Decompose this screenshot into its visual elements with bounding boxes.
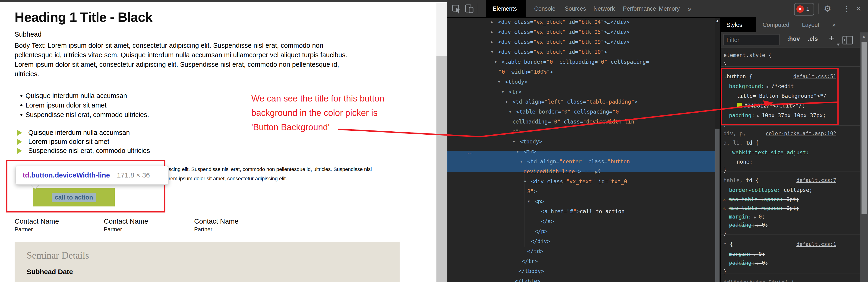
code-segment: "table-padding" bbox=[586, 99, 634, 105]
css-rule-line[interactable]: td[Attributes Style] { bbox=[723, 278, 794, 282]
expand-arrow-icon[interactable]: ▼ bbox=[498, 77, 500, 87]
css-rule-line[interactable]: padding: ▶ 0; bbox=[729, 258, 768, 268]
dom-tree-line[interactable]: ▼<tr> bbox=[509, 87, 522, 97]
new-style-rule-button[interactable]: + bbox=[829, 33, 834, 43]
dom-tree-line[interactable]: ▼<td align="center" class="button bbox=[527, 157, 630, 166]
dom-tree-line[interactable]: </td> bbox=[527, 246, 543, 256]
tab-performance[interactable]: Performance bbox=[623, 0, 656, 18]
inspect-icon[interactable] bbox=[452, 4, 462, 14]
node-overflow-ellipsis[interactable]: … bbox=[467, 148, 473, 155]
dom-tree-line[interactable]: ▶<div class="vx_block" id="blk_04">…</di… bbox=[498, 17, 630, 27]
expand-arrow-icon[interactable]: ▶ bbox=[491, 17, 493, 27]
tab-console[interactable]: Console bbox=[534, 0, 556, 18]
expand-arrow-icon[interactable]: ▼ bbox=[528, 196, 530, 207]
css-rule-line[interactable]: * { bbox=[723, 240, 733, 249]
sidebar-more-tabs-chevron[interactable]: » bbox=[832, 18, 836, 32]
code-segment: " bbox=[574, 208, 577, 214]
new-style-rule-caret[interactable] bbox=[837, 43, 840, 45]
css-source-link[interactable]: default.css:1 bbox=[748, 240, 836, 249]
call-to-action-button[interactable]: call to action bbox=[33, 188, 115, 207]
tab-sources[interactable]: Sources bbox=[565, 0, 586, 18]
browser-scrollbar[interactable]: ▲ bbox=[436, 0, 447, 282]
css-source-link[interactable]: color-picke…aft.asp:102 bbox=[748, 129, 836, 138]
dom-tree-line[interactable]: ▼<td align="left" class="table-padding"> bbox=[513, 97, 638, 107]
dom-tree-line[interactable]: ▼<table border="0" cellspacing="0" bbox=[516, 107, 622, 117]
dom-tree-line[interactable]: </a> bbox=[541, 216, 554, 226]
dom-tree-line[interactable]: ▼<div class="vx_text" id="txt_0 bbox=[531, 177, 627, 187]
expand-arrow-icon[interactable]: ▼ bbox=[491, 47, 493, 57]
expand-arrow-icon[interactable]: ▼ bbox=[520, 157, 522, 166]
more-tabs-chevron[interactable]: » bbox=[687, 0, 691, 18]
pseudo-state-toggle[interactable]: :hov bbox=[787, 35, 800, 42]
css-rule-line[interactable]: div, p, bbox=[723, 129, 746, 138]
styles-filter-input[interactable]: Filter bbox=[723, 34, 779, 45]
dom-tree-line[interactable]: "0" width="100%"> bbox=[498, 67, 553, 77]
code-segment: "vx_text" bbox=[566, 179, 595, 184]
expand-arrow-icon[interactable]: ▶ bbox=[491, 37, 493, 47]
kebab-menu-icon[interactable]: ⋮ bbox=[843, 0, 850, 18]
dom-tree-line[interactable]: </div> bbox=[531, 237, 550, 246]
code-segment: } bbox=[723, 167, 727, 173]
code-segment: } bbox=[723, 230, 727, 236]
dom-tree-line[interactable]: ▶<div class="vx_block" id="blk_05">…</di… bbox=[498, 27, 630, 37]
css-rule-line[interactable]: border-collapse: collapse; bbox=[729, 185, 812, 195]
dom-tree-line[interactable]: </table> bbox=[515, 276, 540, 282]
css-rule-line[interactable]: a, li, td { bbox=[723, 138, 759, 147]
dom-tree-line[interactable]: 8"> bbox=[527, 187, 537, 196]
elements-scrollbar-up-icon[interactable]: ▲ bbox=[715, 19, 719, 23]
dom-tree-line[interactable]: ▶<div class="vx_block" id="blk_09">…</di… bbox=[498, 37, 630, 47]
css-rule-line[interactable]: -webkit-text-size-adjust: bbox=[729, 148, 809, 157]
expand-arrow-icon[interactable]: ▼ bbox=[502, 87, 504, 97]
dom-tree-line[interactable]: ▼<tbody> bbox=[505, 77, 527, 87]
css-rule-line[interactable]: } bbox=[723, 267, 727, 276]
css-rule-line[interactable]: } bbox=[723, 165, 727, 175]
gear-icon[interactable]: ⚙ bbox=[824, 0, 831, 18]
dom-tree-line[interactable]: ▼<table border="0" cellpadding="0" cells… bbox=[501, 57, 649, 67]
dom-tree-line[interactable]: e"> bbox=[513, 127, 522, 137]
css-rule-line[interactable]: ⚠ mso-table-lspace: 0pt; bbox=[723, 195, 799, 204]
tab-memory[interactable]: Memory bbox=[659, 0, 680, 18]
styles-scrollbar-up-icon[interactable]: ▲ bbox=[862, 34, 866, 39]
seminar-details-panel: Seminar Details Subhead Date bbox=[14, 242, 400, 282]
dom-tree-line[interactable]: deviceWidth-line"> == $0 bbox=[524, 166, 600, 177]
expand-arrow-icon[interactable]: ▼ bbox=[509, 107, 511, 117]
elements-scrollbar-thumb[interactable] bbox=[715, 129, 719, 282]
code-segment: border= bbox=[538, 109, 561, 115]
expand-arrow-icon[interactable]: ▼ bbox=[513, 137, 515, 147]
dom-tree-line[interactable]: ▼<div class="vx_block" id="blk_10"> bbox=[498, 47, 607, 57]
sidebar-tab-styles[interactable]: Styles bbox=[726, 18, 742, 32]
expand-arrow-icon[interactable]: ▼ bbox=[495, 57, 497, 67]
device-toolbar-icon[interactable] bbox=[464, 4, 474, 14]
expand-arrow-icon[interactable]: ▼ bbox=[505, 97, 507, 107]
styles-scrollbar-thumb[interactable] bbox=[862, 42, 867, 214]
class-toggle[interactable]: .cls bbox=[808, 35, 818, 42]
tab-network[interactable]: Network bbox=[593, 0, 615, 18]
expand-arrow-icon[interactable]: ▼ bbox=[524, 177, 526, 187]
close-icon[interactable]: ✕ bbox=[856, 0, 862, 18]
css-rule-line[interactable]: } bbox=[723, 228, 727, 238]
expand-arrow-icon[interactable]: ▶ bbox=[491, 27, 493, 37]
error-badge[interactable]: ✕ 1 bbox=[794, 3, 814, 15]
scrollbar-thumb[interactable] bbox=[436, 56, 447, 282]
dom-tree-line[interactable]: </tbody> bbox=[519, 266, 544, 276]
dom-tree-line[interactable]: ▼<tr> bbox=[524, 147, 536, 157]
css-rule-line[interactable]: margin: ▶ 0; bbox=[729, 249, 765, 259]
expand-arrow-icon[interactable]: ▼ bbox=[517, 147, 519, 157]
dom-tree-line[interactable]: cellpadding="0" class="deviceWidth-lin bbox=[513, 117, 634, 127]
dom-tree-line[interactable]: </p> bbox=[535, 226, 548, 237]
dom-tree-line[interactable]: <a href="#">call to action bbox=[541, 207, 624, 216]
sidebar-layout-icon[interactable] bbox=[842, 36, 854, 45]
tab-elements[interactable]: Elements bbox=[493, 0, 517, 18]
dom-tree-line[interactable]: </tr> bbox=[522, 256, 538, 266]
css-rule-line[interactable]: none; bbox=[737, 157, 753, 166]
css-rule-line[interactable]: ⚠ mso-table-rspace: 0pt; bbox=[723, 203, 799, 213]
sidebar-tab-computed[interactable]: Computed bbox=[763, 18, 789, 32]
css-source-link[interactable]: default.css:7 bbox=[748, 176, 836, 185]
dom-tree-line[interactable]: ▼<p> bbox=[535, 196, 545, 207]
css-rule-line[interactable]: element.style { bbox=[723, 51, 772, 60]
dom-tree-line[interactable]: ▼<tbody> bbox=[520, 137, 542, 147]
sidebar-tab-layout[interactable]: Layout bbox=[802, 18, 819, 32]
css-rule-line[interactable]: padding: ▶ 0; bbox=[729, 220, 768, 230]
call-to-action-label[interactable]: call to action bbox=[52, 193, 96, 202]
code-segment: call to action bbox=[580, 208, 624, 214]
